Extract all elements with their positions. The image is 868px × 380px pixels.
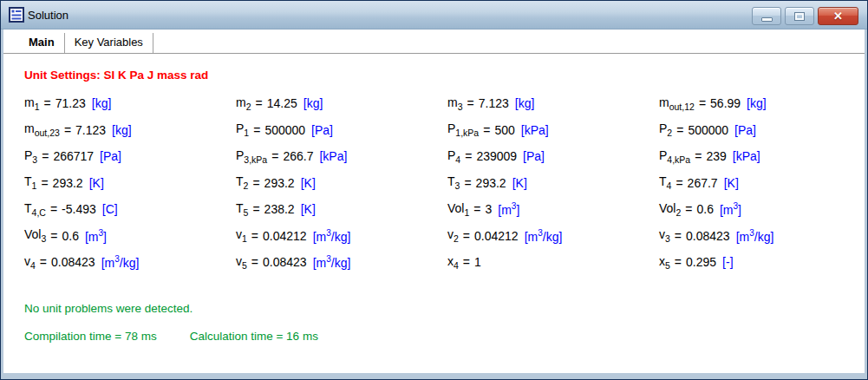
unit-check-message: No unit problems were detected. — [24, 302, 865, 315]
close-icon: ✕ — [833, 10, 843, 22]
variable: v3=0.08423[m3/kg] — [659, 223, 865, 250]
variable: P3=266717[Pa] — [24, 143, 236, 170]
variable: T1=293.2[K] — [24, 170, 236, 197]
variable: x5=0.295[-] — [659, 249, 865, 276]
variable: P1=500000[Pa] — [236, 117, 447, 144]
tab-key-variables[interactable]: Key Variables — [65, 33, 153, 53]
variables-grid: m1=71.23[kg]m2=14.25[kg]m3=7.123[kg]mout… — [24, 90, 865, 276]
variable: T5=238.2[K] — [236, 196, 447, 223]
unit-settings-heading: Unit Settings: SI K Pa J mass rad — [24, 69, 865, 82]
window-frame: Main Key Variables Unit Settings: SI K P… — [1, 29, 867, 379]
variable: T4=267.7[K] — [659, 170, 865, 197]
variable: T2=293.2[K] — [236, 170, 447, 197]
window-controls: ✕ — [752, 7, 858, 25]
variable: P4=239009[Pa] — [447, 143, 659, 170]
variable: m2=14.25[kg] — [236, 90, 447, 117]
variable: Vol2=0.6[m3] — [659, 196, 865, 223]
variable: P4,kPa=239[kPa] — [659, 143, 865, 170]
maximize-icon — [794, 12, 805, 21]
compilation-time: Compilation time = 78 ms — [24, 330, 157, 343]
title-bar[interactable]: Solution ✕ — [1, 1, 867, 29]
solution-window: Solution ✕ Main Key Variables Unit Setti… — [0, 0, 868, 380]
solution-form-icon[interactable] — [9, 7, 24, 23]
variable: P2=500000[Pa] — [659, 117, 865, 144]
variable: m1=71.23[kg] — [24, 90, 236, 117]
variable: P3,kPa=266.7[kPa] — [236, 143, 447, 170]
variable: mout,23=7.123[kg] — [24, 117, 236, 144]
variable: v4=0.08423[m3/kg] — [24, 249, 236, 276]
minimize-button[interactable] — [752, 7, 781, 25]
tab-main[interactable]: Main — [19, 33, 65, 53]
close-button[interactable]: ✕ — [818, 7, 858, 25]
variable: x4=1 — [447, 249, 659, 276]
variable: v1=0.04212[m3/kg] — [236, 223, 447, 250]
maximize-button[interactable] — [785, 7, 814, 25]
variable: P1,kPa=500[kPa] — [447, 117, 659, 144]
timing-messages: Compilation time = 78 ms Calculation tim… — [24, 330, 865, 343]
client-area: Main Key Variables Unit Settings: SI K P… — [3, 29, 865, 373]
tab-strip: Main Key Variables — [3, 29, 865, 54]
variable: Vol1=3[m3] — [447, 196, 659, 223]
variable: Vol3=0.6[m3] — [24, 223, 236, 250]
variable: v2=0.04212[m3/kg] — [447, 223, 659, 250]
variable: T3=293.2[K] — [447, 170, 659, 197]
variable: v5=0.08423[m3/kg] — [236, 249, 447, 276]
variable: mout,12=56.99[kg] — [659, 90, 865, 117]
window-title: Solution — [28, 9, 69, 22]
minimize-icon — [761, 17, 773, 22]
calculation-time: Calculation time = 16 ms — [190, 330, 318, 343]
variable: T4,C=-5.493[C] — [24, 196, 236, 223]
variable: m3=7.123[kg] — [447, 90, 659, 117]
